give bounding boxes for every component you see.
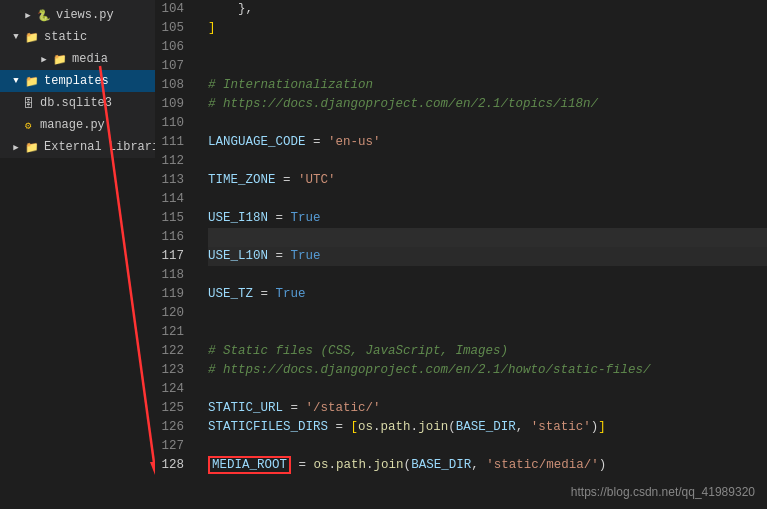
code-line-126: STATICFILES_DIRS = [os.path.join(BASE_DI… <box>208 418 767 437</box>
line-num: 112 <box>155 152 192 171</box>
sidebar-item-label: templates <box>44 74 109 88</box>
code-line-118 <box>208 266 767 285</box>
arrow-icon <box>8 32 24 42</box>
code-line-107 <box>208 57 767 76</box>
line-numbers: 104 105 106 107 108 109 110 111 112 113 … <box>155 0 200 509</box>
line-num: 111 <box>155 133 192 152</box>
sidebar-item-templates[interactable]: templates <box>0 70 155 92</box>
sidebar-item-views-py[interactable]: 🐍 views.py <box>0 4 155 26</box>
line-num: 109 <box>155 95 192 114</box>
line-num: 124 <box>155 380 192 399</box>
sidebar: 🐍 views.py static media templates 🗄 db.s… <box>0 0 155 509</box>
sidebar-item-label: views.py <box>56 8 114 22</box>
line-num: 116 <box>155 228 192 247</box>
sidebar-item-label: manage.py <box>40 118 105 132</box>
arrow-icon <box>36 54 52 65</box>
code-line-119: USE_TZ = True <box>208 285 767 304</box>
sidebar-item-label: static <box>44 30 87 44</box>
line-num: 127 <box>155 437 192 456</box>
sidebar-item-db-sqlite3[interactable]: 🗄 db.sqlite3 <box>0 92 155 114</box>
code-line-113: TIME_ZONE = 'UTC' <box>208 171 767 190</box>
line-num: 107 <box>155 57 192 76</box>
code-line-124 <box>208 380 767 399</box>
code-line-121 <box>208 323 767 342</box>
sidebar-item-manage-py[interactable]: ⚙ manage.py <box>0 114 155 136</box>
code-line-104: }, <box>208 0 767 19</box>
code-line-127 <box>208 437 767 456</box>
line-num: 108 <box>155 76 192 95</box>
code-text[interactable]: }, ] # Internationalization # https://do… <box>200 0 767 509</box>
line-num: 128 <box>155 456 192 475</box>
line-num: 110 <box>155 114 192 133</box>
code-editor: 104 105 106 107 108 109 110 111 112 113 … <box>155 0 767 509</box>
sidebar-item-label: media <box>72 52 108 66</box>
code-line-108: # Internationalization <box>208 76 767 95</box>
sidebar-item-static[interactable]: static <box>0 26 155 48</box>
folder-icon <box>52 51 68 67</box>
file-tree: 🐍 views.py static media templates 🗄 db.s… <box>0 0 155 158</box>
code-line-106 <box>208 38 767 57</box>
code-line-114 <box>208 190 767 209</box>
code-line-116 <box>208 228 767 247</box>
sidebar-item-label: db.sqlite3 <box>40 96 112 110</box>
file-py-icon: ⚙ <box>20 117 36 133</box>
code-line-117: USE_L10N = True <box>208 247 767 266</box>
line-num: 126 <box>155 418 192 437</box>
file-py-icon: 🐍 <box>36 7 52 23</box>
code-line-112 <box>208 152 767 171</box>
line-num: 125 <box>155 399 192 418</box>
watermark: https://blog.csdn.net/qq_41989320 <box>567 483 759 501</box>
code-line-120 <box>208 304 767 323</box>
code-line-109: # https://docs.djangoproject.com/en/2.1/… <box>208 95 767 114</box>
sidebar-item-label: External Libraries <box>44 140 155 154</box>
code-line-123: # https://docs.djangoproject.com/en/2.1/… <box>208 361 767 380</box>
folder-icon <box>24 29 40 45</box>
arrow-icon <box>20 10 36 21</box>
line-num: 105 <box>155 19 192 38</box>
code-line-128: MEDIA_ROOT = os.path.join(BASE_DIR, 'sta… <box>208 456 767 475</box>
folder-icon <box>24 139 40 155</box>
line-num: 114 <box>155 190 192 209</box>
line-num: 123 <box>155 361 192 380</box>
line-num: 104 <box>155 0 192 19</box>
line-num: 122 <box>155 342 192 361</box>
line-num: 119 <box>155 285 192 304</box>
code-line-110 <box>208 114 767 133</box>
line-num: 117 <box>155 247 192 266</box>
arrow-icon <box>8 142 24 153</box>
code-line-125: STATIC_URL = '/static/' <box>208 399 767 418</box>
line-num: 121 <box>155 323 192 342</box>
code-line-105: ] <box>208 19 767 38</box>
line-num: 113 <box>155 171 192 190</box>
arrow-icon <box>8 76 24 86</box>
folder-icon <box>24 73 40 89</box>
sidebar-item-media[interactable]: media <box>0 48 155 70</box>
sidebar-item-external-libraries[interactable]: External Libraries <box>0 136 155 158</box>
code-line-122: # Static files (CSS, JavaScript, Images) <box>208 342 767 361</box>
line-num: 115 <box>155 209 192 228</box>
code-line-115: USE_I18N = True <box>208 209 767 228</box>
code-line-111: LANGUAGE_CODE = 'en-us' <box>208 133 767 152</box>
line-num: 106 <box>155 38 192 57</box>
line-num: 118 <box>155 266 192 285</box>
line-num: 120 <box>155 304 192 323</box>
file-db-icon: 🗄 <box>20 95 36 111</box>
